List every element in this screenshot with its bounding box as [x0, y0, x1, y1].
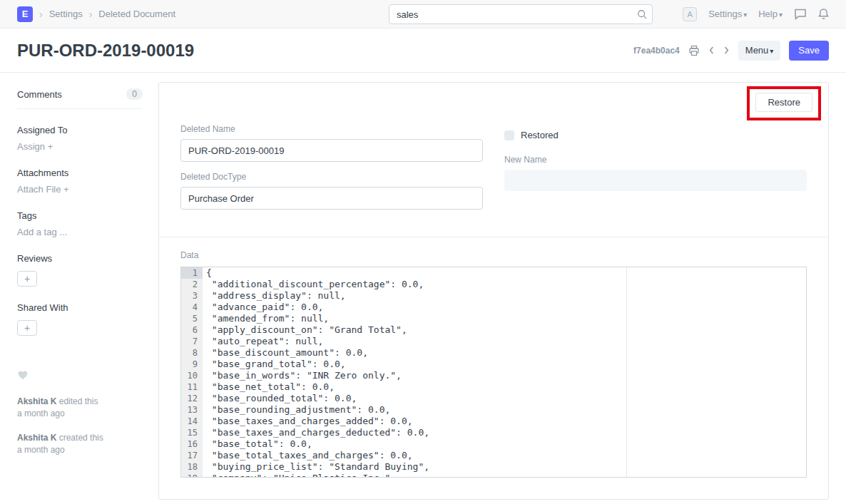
sidebar-item-comments[interactable]: Comments 0: [17, 84, 143, 109]
code-text: "base_taxes_and_charges_deducted": 0.0,: [203, 427, 429, 438]
edit-history-entry: Akshita K edited this a month ago: [17, 396, 143, 421]
user-avatar[interactable]: A: [683, 7, 697, 21]
create-history-entry: Akshita K created this a month ago: [17, 432, 143, 457]
deleted-doctype-input[interactable]: [180, 187, 483, 210]
attach-file-link[interactable]: Attach File +: [17, 184, 143, 195]
code-line: 7 "auto_repeat": null,: [181, 336, 806, 347]
form-sidebar: Comments 0 Assigned To Assign + Attachme…: [17, 73, 143, 457]
code-line: 16 "base_total": 0.0,: [181, 438, 806, 450]
code-line: 14 "base_taxes_and_charges_added": 0.0,: [181, 416, 806, 427]
new-name-label: New Name: [504, 155, 807, 165]
assign-link[interactable]: Assign +: [17, 141, 143, 152]
notifications-bell-icon[interactable]: [818, 8, 829, 20]
code-line: 5 "amended_from": null,: [181, 313, 806, 324]
breadcrumb-deleted-document[interactable]: Deleted Document: [98, 9, 175, 19]
chevron-down-icon: ▾: [779, 11, 783, 19]
line-number: 14: [181, 416, 203, 427]
add-tag-input[interactable]: Add a tag ...: [17, 227, 143, 237]
next-document-icon[interactable]: [723, 46, 730, 55]
code-text: "company": "Unico Plastics Inc.",: [203, 473, 396, 478]
assigned-to-section: Assigned To Assign +: [17, 125, 143, 152]
settings-dropdown[interactable]: Settings▾: [708, 9, 747, 19]
add-share-button[interactable]: +: [17, 320, 37, 336]
right-column: Restored New Name: [504, 124, 807, 220]
code-text: "base_total": 0.0,: [203, 438, 312, 450]
search-input[interactable]: [389, 4, 653, 24]
code-line: 4 "advance_paid": 0.0,: [181, 302, 806, 313]
chat-icon[interactable]: [794, 9, 807, 20]
code-line: 3 "address_display": null,: [181, 290, 806, 302]
json-code-editor[interactable]: 1 { 2 "additional_discount_percentage": …: [180, 267, 807, 478]
attachments-label: Attachments: [17, 168, 143, 178]
add-review-button[interactable]: +: [17, 271, 37, 287]
form-main: Restore Deleted Name Deleted DocType: [158, 73, 829, 500]
page-body: Comments 0 Assigned To Assign + Attachme…: [0, 73, 846, 500]
code-lines: 1 { 2 "additional_discount_percentage": …: [181, 267, 806, 478]
code-line: 19 "company": "Unico Plastics Inc.",: [181, 473, 806, 478]
page-header: PUR-ORD-2019-00019 f7ea4b0ac4 Menu▾ Save: [0, 29, 846, 73]
code-text: "base_taxes_and_charges_added": 0.0,: [203, 416, 413, 427]
global-search: [389, 4, 653, 24]
code-text: "base_in_words": "INR Zero only.",: [203, 370, 402, 381]
code-line: 2 "additional_discount_percentage": 0.0,: [181, 279, 806, 290]
comments-label: Comments: [17, 89, 62, 100]
app-logo[interactable]: E: [17, 6, 33, 22]
code-text: "buying_price_list": "Standard Buying",: [203, 461, 429, 473]
code-text: {: [203, 267, 212, 279]
data-label: Data: [180, 250, 807, 260]
code-line: 6 "apply_discount_on": "Grand Total",: [181, 324, 806, 336]
code-text: "amended_from": null,: [203, 313, 329, 324]
code-line: 17 "base_total_taxes_and_charges": 0.0,: [181, 450, 806, 461]
line-number: 1: [181, 267, 203, 279]
deleted-name-label: Deleted Name: [180, 124, 483, 134]
code-text: "base_rounding_adjustment": 0.0,: [203, 404, 390, 416]
code-line: 1 {: [181, 267, 806, 279]
print-margin-ruler: [626, 267, 627, 477]
document-hash: f7ea4b0ac4: [633, 46, 680, 56]
line-number: 11: [181, 381, 203, 393]
line-number: 9: [181, 359, 203, 370]
comments-count-badge: 0: [126, 88, 143, 100]
navbar-right: A Settings▾ Help▾: [683, 7, 829, 21]
line-number: 3: [181, 290, 203, 302]
code-line: 15 "base_taxes_and_charges_deducted": 0.…: [181, 427, 806, 438]
breadcrumb-separator-icon: ›: [39, 9, 43, 19]
search-icon[interactable]: [637, 9, 647, 19]
card-toolbar: Restore: [159, 83, 828, 114]
left-column: Deleted Name Deleted DocType: [180, 124, 483, 220]
shared-with-label: Shared With: [17, 302, 143, 313]
code-line: 9 "base_grand_total": 0.0,: [181, 359, 806, 370]
help-dropdown[interactable]: Help▾: [758, 9, 783, 19]
line-number: 19: [181, 473, 203, 478]
line-number: 4: [181, 302, 203, 313]
line-number: 16: [181, 438, 203, 450]
save-button[interactable]: Save: [789, 41, 829, 61]
line-number: 5: [181, 313, 203, 324]
deleted-name-input[interactable]: [180, 139, 483, 162]
code-text: "address_display": null,: [203, 290, 346, 302]
line-number: 10: [181, 370, 203, 381]
code-line: 10 "base_in_words": "INR Zero only.",: [181, 370, 806, 381]
tags-label: Tags: [17, 210, 143, 221]
print-icon[interactable]: [688, 45, 700, 56]
line-number: 12: [181, 393, 203, 404]
menu-button[interactable]: Menu▾: [738, 41, 781, 61]
attachments-section: Attachments Attach File +: [17, 168, 143, 195]
reviews-section: Reviews +: [17, 253, 143, 287]
line-number: 17: [181, 450, 203, 461]
restore-wrap: Restore: [755, 93, 812, 114]
line-number: 6: [181, 324, 203, 336]
code-line: 18 "buying_price_list": "Standard Buying…: [181, 461, 806, 473]
details-section: Deleted Name Deleted DocType Restored Ne…: [159, 114, 828, 237]
breadcrumb-settings[interactable]: Settings: [49, 9, 83, 19]
code-line: 8 "base_discount_amount": 0.0,: [181, 347, 806, 359]
code-text: "base_discount_amount": 0.0,: [203, 347, 368, 359]
reviews-label: Reviews: [17, 253, 143, 264]
restore-button[interactable]: Restore: [755, 93, 812, 112]
page-title: PUR-ORD-2019-00019: [17, 41, 194, 61]
restored-checkbox[interactable]: [504, 130, 514, 140]
prev-document-icon[interactable]: [708, 46, 715, 55]
new-name-input[interactable]: [504, 170, 807, 191]
code-text: "base_total_taxes_and_charges": 0.0,: [203, 450, 413, 461]
like-heart-icon[interactable]: [17, 370, 143, 380]
